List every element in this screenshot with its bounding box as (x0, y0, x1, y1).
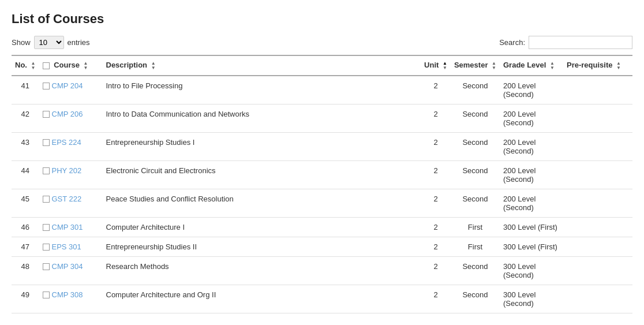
course-link[interactable]: CMP 301 (52, 223, 83, 231)
row-checkbox-icon[interactable] (43, 167, 50, 174)
cell-semester: Second (451, 104, 500, 132)
col-unit-label: Unit (424, 61, 439, 69)
row-checkbox-icon[interactable] (43, 263, 50, 270)
cell-no: 48 (12, 256, 39, 285)
cell-grade-level: 200 Level (Second) (500, 132, 563, 160)
search-control: Search: (499, 36, 632, 49)
course-link[interactable]: GST 222 (52, 195, 82, 203)
cell-semester: Second (451, 285, 500, 313)
col-grade-label: Grade Level (503, 61, 546, 69)
row-checkbox-icon[interactable] (43, 83, 50, 89)
cell-no: 46 (12, 217, 39, 237)
cell-prerequisite (563, 160, 632, 189)
col-description[interactable]: Description ▲▼ (103, 55, 421, 76)
row-checkbox-icon[interactable] (43, 111, 50, 118)
cell-grade-level: 200 Level (Second) (500, 104, 563, 132)
cell-prerequisite (563, 132, 632, 160)
course-link[interactable]: PHY 202 (52, 166, 82, 175)
col-prerequisite[interactable]: Pre-requisite ▲▼ (563, 55, 632, 76)
page-title: List of Courses (12, 12, 632, 27)
col-course[interactable]: Course ▲▼ (39, 55, 103, 76)
col-description-label: Description (106, 61, 148, 69)
table-row: 41CMP 204Intro to File Processing2Second… (12, 76, 632, 104)
cell-course: CMP 301 (39, 217, 103, 237)
cell-no: 41 (12, 76, 39, 104)
table-controls: Show 102550100 entries Search: (12, 36, 632, 49)
sort-arrows-course: ▲▼ (84, 61, 88, 70)
cell-prerequisite (563, 237, 632, 256)
course-link[interactable]: CMP 206 (52, 110, 83, 118)
search-input[interactable] (529, 36, 632, 49)
table-row: 44PHY 202Electronic Circuit and Electron… (12, 160, 632, 189)
col-prereq-label: Pre-requisite (567, 61, 612, 69)
courses-table: No. ▲▼ Course ▲▼ Description ▲▼ Unit ▲▼ … (12, 55, 632, 313)
cell-no: 44 (12, 160, 39, 189)
cell-description: Entrepreneurship Studies II (103, 237, 421, 256)
cell-description: Electronic Circuit and Electronics (103, 160, 421, 189)
cell-course: CMP 206 (39, 104, 103, 132)
row-checkbox-icon[interactable] (43, 196, 50, 203)
cell-no: 43 (12, 132, 39, 160)
table-row: 45GST 222Peace Studies and Conflict Reso… (12, 189, 632, 217)
cell-grade-level: 200 Level (Second) (500, 189, 563, 217)
col-unit[interactable]: Unit ▲▼ (421, 55, 451, 76)
col-semester[interactable]: Semester ▲▼ (451, 55, 500, 76)
show-entries-control: Show 102550100 entries (12, 36, 90, 49)
cell-no: 45 (12, 189, 39, 217)
sort-arrows-description: ▲▼ (151, 61, 156, 70)
cell-unit: 2 (421, 237, 451, 256)
col-no[interactable]: No. ▲▼ (12, 55, 39, 76)
row-checkbox-icon[interactable] (43, 244, 50, 251)
cell-course: CMP 308 (39, 285, 103, 313)
table-row: 47EPS 301Entrepreneurship Studies II2Fir… (12, 237, 632, 256)
search-label: Search: (499, 38, 525, 47)
cell-unit: 2 (421, 189, 451, 217)
cell-grade-level: 300 Level (Second) (500, 285, 563, 313)
col-no-label: No. (15, 61, 27, 69)
cell-description: Computer Architecture I (103, 217, 421, 237)
course-link[interactable]: EPS 301 (52, 242, 81, 251)
cell-semester: First (451, 217, 500, 237)
table-row: 42CMP 206Intro to Data Communication and… (12, 104, 632, 132)
course-link[interactable]: CMP 204 (52, 81, 83, 90)
col-course-label: Course (54, 61, 80, 69)
row-checkbox-icon[interactable] (43, 292, 50, 298)
cell-semester: Second (451, 132, 500, 160)
cell-grade-level: 300 Level (First) (500, 217, 563, 237)
cell-unit: 2 (421, 132, 451, 160)
course-checkbox-icon[interactable] (43, 62, 50, 69)
cell-prerequisite (563, 285, 632, 313)
sort-arrows-no: ▲▼ (31, 61, 36, 70)
cell-unit: 2 (421, 217, 451, 237)
course-link[interactable]: CMP 304 (52, 262, 83, 271)
cell-semester: First (451, 237, 500, 256)
entries-select[interactable]: 102550100 (34, 36, 64, 49)
cell-course: GST 222 (39, 189, 103, 217)
table-row: 48CMP 304Research Methods2Second300 Leve… (12, 256, 632, 285)
sort-arrows-semester: ▲▼ (492, 61, 496, 70)
table-row: 43EPS 224Entrepreneurship Studies I2Seco… (12, 132, 632, 160)
col-grade-level[interactable]: Grade Level ▲▼ (500, 55, 563, 76)
sort-arrows-unit: ▲▼ (443, 61, 447, 70)
row-checkbox-icon[interactable] (43, 224, 50, 231)
course-link[interactable]: EPS 224 (52, 138, 81, 147)
cell-prerequisite (563, 189, 632, 217)
table-body: 41CMP 204Intro to File Processing2Second… (12, 76, 632, 313)
cell-grade-level: 200 Level (Second) (500, 160, 563, 189)
cell-description: Peace Studies and Conflict Resolution (103, 189, 421, 217)
col-semester-label: Semester (454, 61, 488, 69)
sort-arrows-prereq: ▲▼ (616, 61, 621, 70)
cell-semester: Second (451, 76, 500, 104)
course-link[interactable]: CMP 308 (52, 290, 83, 299)
row-checkbox-icon[interactable] (43, 139, 50, 146)
table-row: 46CMP 301Computer Architecture I2First30… (12, 217, 632, 237)
cell-course: CMP 204 (39, 76, 103, 104)
cell-description: Intro to File Processing (103, 76, 421, 104)
cell-semester: Second (451, 189, 500, 217)
cell-unit: 2 (421, 285, 451, 313)
entries-label: entries (68, 38, 90, 47)
cell-description: Research Methods (103, 256, 421, 285)
table-row: 49CMP 308Computer Architecture and Org I… (12, 285, 632, 313)
cell-prerequisite (563, 217, 632, 237)
table-header: No. ▲▼ Course ▲▼ Description ▲▼ Unit ▲▼ … (12, 55, 632, 76)
